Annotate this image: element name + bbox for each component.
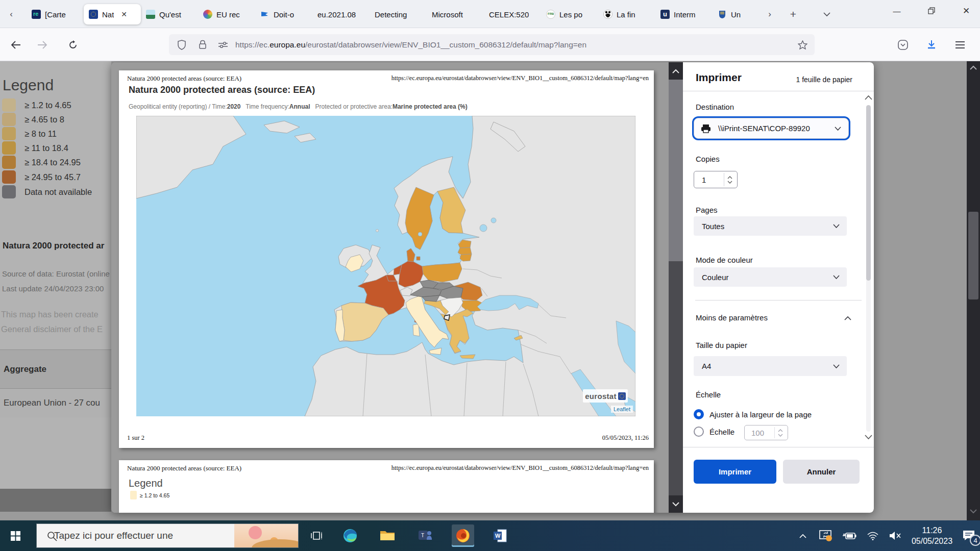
tray-expand-chevron-icon[interactable] xyxy=(794,524,812,547)
tab-les-po[interactable]: FRB Les po xyxy=(541,4,598,24)
chevron-up-icon[interactable] xyxy=(844,316,851,320)
taskbar-app-edge[interactable] xyxy=(339,524,361,547)
preview-scroll-down-icon[interactable] xyxy=(669,495,683,513)
print-settings-panel: Imprimer 1 feuille de papier Destination… xyxy=(683,62,874,513)
tab-close-icon[interactable]: ✕ xyxy=(121,10,127,18)
copies-value: 1 xyxy=(702,176,706,184)
favicon-swirl xyxy=(203,10,212,19)
printer-icon xyxy=(701,124,711,133)
taskbar-app-teams[interactable]: T xyxy=(414,524,436,547)
destination-value: \\iPrint-SENAT\COP-89920 xyxy=(718,124,810,133)
chevron-down-icon xyxy=(833,224,840,228)
menu-hamburger-icon[interactable] xyxy=(951,36,969,54)
bookmark-star-icon[interactable] xyxy=(798,40,807,49)
tab-detecting[interactable]: Detecting xyxy=(370,4,427,24)
tray-volume-muted-icon[interactable] xyxy=(885,524,905,547)
tab-la-fin[interactable]: La fin xyxy=(598,4,655,24)
chevron-down-icon xyxy=(835,127,841,131)
tab-label: Un xyxy=(731,10,741,19)
tab-eu-rec[interactable]: EU rec xyxy=(198,4,255,24)
taskbar-clock[interactable]: 11:26 05/05/2023 xyxy=(906,525,958,546)
aggregate-row[interactable]: European Union - 27 cou xyxy=(0,389,111,417)
doc-footer-date: 05/05/2023, 11:26 xyxy=(602,434,649,442)
scale-stepper[interactable] xyxy=(774,427,786,438)
fit-width-radio[interactable] xyxy=(694,409,704,419)
europe-choropleth-map: eurostat Leaflet xyxy=(136,116,635,416)
cancel-button[interactable]: Annuler xyxy=(783,460,860,484)
tab-un[interactable]: Un xyxy=(713,4,762,24)
scale-radio[interactable] xyxy=(694,427,704,437)
pages-label: Pages xyxy=(696,206,718,214)
map-country-latvia xyxy=(458,247,472,255)
settings-scrollbar-thumb[interactable] xyxy=(866,105,871,281)
preview-scrollbar-thumb[interactable] xyxy=(669,80,683,261)
tab-carte[interactable]: re [Carte xyxy=(27,4,83,24)
tab-celex[interactable]: CELEX:520 xyxy=(484,4,541,24)
color-mode-select[interactable]: Couleur xyxy=(694,267,847,287)
tray-wifi-icon[interactable] xyxy=(863,524,883,547)
page-scroll-down-icon[interactable] xyxy=(970,509,977,514)
pocket-icon[interactable] xyxy=(894,36,912,54)
legend-swatch xyxy=(2,141,16,155)
scale-option-label: Échelle xyxy=(709,428,734,436)
back-icon[interactable] xyxy=(7,36,24,54)
taskbar-app-explorer[interactable] xyxy=(376,524,399,547)
permissions-icon[interactable] xyxy=(218,41,228,48)
print-preview-pane: Natura 2000 protected areas (source: EEA… xyxy=(111,62,669,513)
favicon-panda xyxy=(603,10,612,19)
page-scrollbar[interactable] xyxy=(967,61,980,520)
tab-list-chevron-icon[interactable] xyxy=(820,7,834,21)
tab-natura-active[interactable]: Nat ✕ xyxy=(84,4,141,24)
less-settings-button[interactable]: Moins de paramètres xyxy=(696,313,768,322)
scale-input[interactable]: 100 xyxy=(744,425,788,440)
tab-label: La fin xyxy=(617,10,635,19)
doc-header-left: Natura 2000 protected areas (source: EEA… xyxy=(127,74,241,83)
action-center-button[interactable]: 4 xyxy=(959,524,979,547)
paper-size-select[interactable]: A4 xyxy=(694,356,847,376)
dimmed-page-legend-panel: Legend ≥ 1.2 to 4.65 ≥ 4.65 to 8 ≥ 8 to … xyxy=(0,61,111,512)
legend-item: Data not available xyxy=(2,185,111,199)
taskbar-app-word[interactable]: W xyxy=(489,524,511,547)
tray-sync-icon[interactable] xyxy=(816,524,836,547)
page-scroll-up-icon[interactable] xyxy=(970,65,977,70)
window-minimize-button[interactable]: — xyxy=(885,0,909,21)
paper-size-label: Taille du papier xyxy=(696,341,747,349)
search-icon xyxy=(47,531,57,541)
window-close-button[interactable]: ✕ xyxy=(954,0,978,21)
settings-scroll-down-icon[interactable] xyxy=(865,435,872,440)
print-button[interactable]: Imprimer xyxy=(694,460,776,484)
tab-interm[interactable]: u Interm xyxy=(655,4,713,24)
task-view-button[interactable] xyxy=(305,524,328,547)
taskbar-app-firefox[interactable] xyxy=(452,524,474,547)
tab-quest[interactable]: Qu'est xyxy=(141,4,198,24)
copies-stepper[interactable] xyxy=(724,173,735,186)
shield-icon[interactable] xyxy=(177,40,186,50)
file-explorer-icon xyxy=(380,530,395,542)
lock-icon[interactable] xyxy=(199,40,207,49)
download-icon[interactable] xyxy=(923,36,940,54)
copies-input[interactable]: 1 xyxy=(694,171,738,188)
page-scrollbar-thumb[interactable] xyxy=(968,212,978,299)
tab-scroll-right-icon[interactable]: › xyxy=(763,7,777,21)
preview-scrollbar[interactable] xyxy=(669,62,683,513)
new-tab-button[interactable]: + xyxy=(786,7,800,21)
pages-select[interactable]: Toutes xyxy=(694,216,847,236)
preview-scroll-up-icon[interactable] xyxy=(669,62,683,80)
tab-eu2021[interactable]: eu.2021.08 xyxy=(312,4,370,24)
url-bar[interactable]: https://ec.europa.eu/eurostat/databrowse… xyxy=(169,34,815,55)
page-note-2: General disclaimer of the E xyxy=(1,324,103,334)
taskbar-search[interactable]: Tapez ici pour effectuer une xyxy=(36,523,299,548)
tab-doit[interactable]: Doit-o xyxy=(255,4,312,24)
notification-badge: 4 xyxy=(970,535,980,546)
tray-battery-icon[interactable] xyxy=(839,524,860,547)
window-restore-button[interactable] xyxy=(920,0,943,21)
start-button[interactable] xyxy=(4,524,27,547)
settings-scroll-up-icon[interactable] xyxy=(865,95,872,100)
destination-select[interactable]: \\iPrint-SENAT\COP-89920 xyxy=(694,118,849,139)
forward-icon[interactable] xyxy=(34,36,51,54)
tab-microsoft[interactable]: Microsoft xyxy=(427,4,484,24)
tab-scroll-left-icon[interactable]: ‹ xyxy=(4,7,18,21)
map-lake-vanern xyxy=(418,232,422,236)
chevron-down-icon xyxy=(833,275,840,279)
reload-icon[interactable] xyxy=(64,36,82,54)
